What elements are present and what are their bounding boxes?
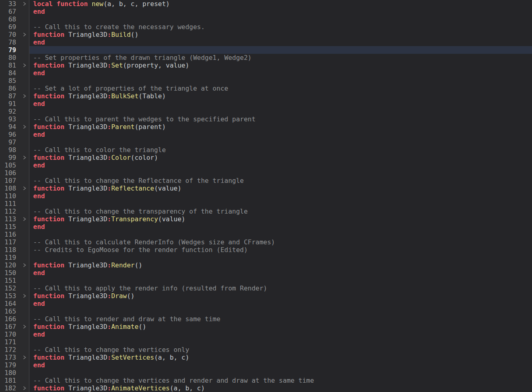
code-content[interactable]: -- Call this to calculate RenderInfo (We… [30,238,532,246]
code-content[interactable]: function Triangle3D:Draw() [30,292,532,300]
code-content[interactable] [30,277,532,284]
code-content[interactable]: -- Call this to change the vertices and … [30,377,532,384]
code-line[interactable]: 108function Triangle3D:Reflectance(value… [0,184,532,192]
code-line[interactable]: 68 [0,15,532,23]
code-content[interactable] [30,231,532,238]
code-content[interactable]: end [30,300,532,307]
code-content[interactable]: function Triangle3D:Render() [30,261,532,269]
code-content[interactable]: function Triangle3D:SetVertices(a, b, c) [30,354,532,361]
fold-chevron-right-icon[interactable] [16,292,29,300]
code-line[interactable]: 81function Triangle3D:Set(property, valu… [0,61,532,69]
code-line[interactable]: 80-- Set properties of the drawn triangl… [0,54,532,61]
code-content[interactable]: end [30,361,532,369]
code-line[interactable]: 87function Triangle3D:BulkSet(Table) [0,92,532,100]
code-content[interactable] [30,77,532,85]
code-line[interactable]: 93-- Call this to parent the wedges to t… [0,115,532,123]
fold-chevron-right-icon[interactable] [16,354,29,361]
code-line[interactable]: 167function Triangle3D:Animate() [0,323,532,331]
code-line[interactable]: 152-- Call this to apply the render info… [0,284,532,292]
code-content[interactable] [30,46,532,54]
code-line[interactable]: 179end [0,361,532,369]
code-line[interactable]: 33local function new(a, b, c, preset) [0,0,532,8]
code-content[interactable] [30,254,532,261]
code-line[interactable]: 70function Triangle3D:Build() [0,31,532,38]
code-line[interactable]: 84end [0,69,532,77]
fold-chevron-right-icon[interactable] [16,154,29,161]
fold-chevron-right-icon[interactable] [16,123,29,131]
fold-chevron-right-icon[interactable] [16,184,29,192]
code-content[interactable] [30,338,532,346]
code-line[interactable]: 97 [0,138,532,146]
code-line[interactable]: 96end [0,131,532,138]
code-content[interactable]: function Triangle3D:BulkSet(Table) [30,92,532,100]
code-content[interactable]: -- Call this to change the Reflectance o… [30,177,532,184]
code-line[interactable]: 85 [0,77,532,85]
code-line[interactable]: 110end [0,192,532,200]
code-content[interactable]: local function new(a, b, c, preset) [30,0,532,8]
fold-chevron-right-icon[interactable] [16,0,29,8]
code-line[interactable]: 111 [0,200,532,208]
code-line[interactable]: 118-- Credits to EgoMoose for the render… [0,246,532,254]
code-line[interactable]: 181-- Call this to change the vertices a… [0,377,532,384]
code-content[interactable]: end [30,100,532,108]
code-line[interactable]: 120function Triangle3D:Render() [0,261,532,269]
code-content[interactable]: -- Call this to create the necessary wed… [30,23,532,31]
code-content[interactable]: end [30,161,532,169]
code-content[interactable]: end [30,69,532,77]
code-content[interactable] [30,169,532,177]
code-content[interactable]: -- Credits to EgoMoose for the render fu… [30,246,532,254]
fold-chevron-right-icon[interactable] [16,61,29,69]
fold-chevron-right-icon[interactable] [16,92,29,100]
code-line[interactable]: 172-- Call this to change the vertices o… [0,346,532,354]
code-content[interactable]: -- Call this to parent the wedges to the… [30,115,532,123]
code-content[interactable]: -- Call this to color the triangle [30,146,532,154]
code-content[interactable]: function Triangle3D:Build() [30,31,532,38]
code-line[interactable]: 94function Triangle3D:Parent(parent) [0,123,532,131]
code-line[interactable]: 107-- Call this to change the Reflectanc… [0,177,532,184]
code-content[interactable]: end [30,192,532,200]
code-content[interactable] [30,369,532,377]
code-line[interactable]: 171 [0,338,532,346]
code-content[interactable]: function Triangle3D:Parent(parent) [30,123,532,131]
code-content[interactable] [30,200,532,208]
code-content[interactable]: end [30,8,532,15]
code-line[interactable]: 86-- Set a lot of properties of the tria… [0,85,532,92]
code-line[interactable]: 98-- Call this to color the triangle [0,146,532,154]
fold-chevron-right-icon[interactable] [16,215,29,223]
fold-chevron-right-icon[interactable] [16,261,29,269]
code-content[interactable]: end [30,131,532,138]
code-content[interactable]: -- Call this to change the transparency … [30,208,532,215]
code-line[interactable]: 151 [0,277,532,284]
code-content[interactable]: function Triangle3D:Reflectance(value) [30,184,532,192]
code-line[interactable]: 153function Triangle3D:Draw() [0,292,532,300]
code-content[interactable] [30,15,532,23]
code-line[interactable]: 173function Triangle3D:SetVertices(a, b,… [0,354,532,361]
code-content[interactable]: function Triangle3D:Set(property, value) [30,61,532,69]
code-line[interactable]: 113function Triangle3D:Transparency(valu… [0,215,532,223]
code-content[interactable]: function Triangle3D:Animate() [30,323,532,331]
code-line[interactable]: 67end [0,8,532,15]
code-content[interactable]: -- Call this to apply the render info (r… [30,284,532,292]
fold-chevron-right-icon[interactable] [16,31,29,38]
fold-chevron-right-icon[interactable] [16,323,29,331]
code-content[interactable] [30,307,532,315]
code-line[interactable]: 180 [0,369,532,377]
code-content[interactable]: end [30,223,532,231]
code-line[interactable]: 91end [0,100,532,108]
code-line[interactable]: 164end [0,300,532,307]
code-content[interactable]: end [30,38,532,46]
code-content[interactable]: function Triangle3D:AnimateVertices(a, b… [30,384,532,392]
code-content[interactable]: function Triangle3D:Color(color) [30,154,532,161]
code-content[interactable]: end [30,269,532,277]
code-line[interactable]: 92 [0,108,532,115]
code-content[interactable]: -- Set properties of the drawn triangle … [30,54,532,61]
code-content[interactable]: end [30,331,532,338]
code-line[interactable]: 105end [0,161,532,169]
code-line[interactable]: 150end [0,269,532,277]
code-line[interactable]: 112-- Call this to change the transparen… [0,208,532,215]
code-line[interactable]: 182function Triangle3D:AnimateVertices(a… [0,384,532,392]
code-line[interactable]: 115end [0,223,532,231]
code-line[interactable]: 117-- Call this to calculate RenderInfo … [0,238,532,246]
code-line[interactable]: 166-- Call this to render and draw at th… [0,315,532,323]
code-line[interactable]: 165 [0,307,532,315]
